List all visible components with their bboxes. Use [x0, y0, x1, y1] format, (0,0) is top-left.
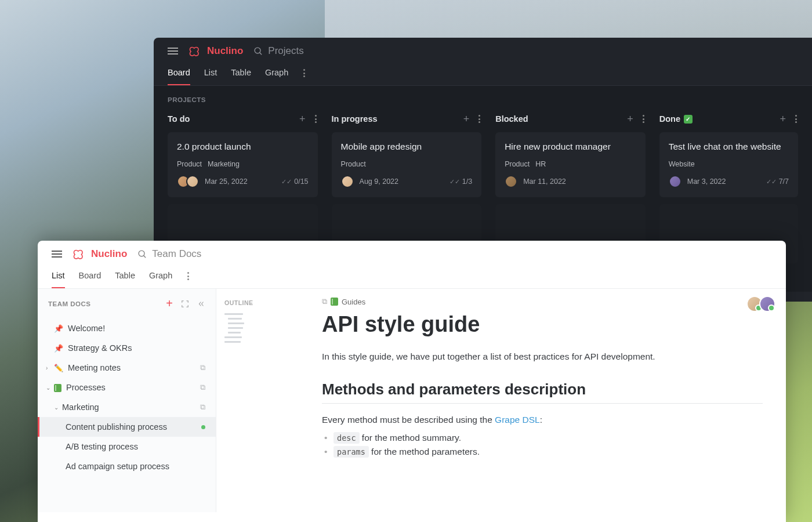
column-menu-icon[interactable] — [314, 114, 318, 124]
sidebar-item-marketing[interactable]: ⌄Marketing⧉ — [38, 397, 216, 417]
pin-icon: 📌 — [54, 324, 63, 333]
column-title: Done✓ — [659, 114, 693, 124]
chevron-right-icon: › — [46, 365, 52, 371]
menu-icon[interactable] — [168, 46, 178, 56]
add-item-button[interactable]: + — [166, 297, 173, 310]
tab-more-icon[interactable] — [302, 68, 306, 85]
chevron-down-icon: ⌄ — [46, 385, 52, 391]
add-card-button[interactable]: + — [780, 114, 786, 124]
pin-icon: 📌 — [54, 344, 63, 353]
column-menu-icon[interactable] — [477, 114, 481, 124]
copy-icon[interactable]: ⧉ — [200, 403, 205, 412]
sidebar-item-processes[interactable]: ⌄Processes⧉ — [38, 378, 216, 397]
card-tag: Product — [177, 160, 202, 168]
brain-icon — [188, 45, 204, 57]
sidebar-item-content-publishing[interactable]: Content publishing process — [38, 417, 216, 437]
presence-avatars[interactable] — [750, 296, 775, 312]
add-card-button[interactable]: + — [299, 114, 306, 124]
search-box[interactable]: Projects — [253, 45, 303, 57]
tab-table[interactable]: Table — [231, 68, 251, 85]
presence-dot-icon — [201, 425, 205, 429]
doc-heading[interactable]: Methods and parameters description — [322, 380, 763, 398]
breadcrumb[interactable]: ⧉Guides — [322, 297, 763, 306]
avatar[interactable] — [759, 296, 775, 312]
sidebar-item-ad-campaign[interactable]: Ad campaign setup process — [38, 456, 216, 476]
checklist-icon: ✓✓ — [449, 178, 460, 186]
tab-table[interactable]: Table — [115, 271, 135, 288]
expand-icon[interactable] — [181, 300, 189, 308]
card[interactable]: Mobile app redesign Product Aug 9, 2022 … — [332, 132, 482, 197]
doc-paragraph[interactable]: Every method must be described using the… — [322, 413, 763, 426]
divider — [322, 403, 763, 404]
app-logo[interactable]: Nuclino — [72, 248, 127, 260]
card-date: Aug 9, 2022 — [360, 177, 398, 186]
sidebar-item-welcome[interactable]: 📌Welcome! — [38, 318, 216, 338]
card-tag: Product — [505, 160, 530, 168]
doc-title[interactable]: API style guide — [322, 312, 763, 337]
collapse-icon[interactable] — [197, 300, 205, 308]
card-title: Hire new product manager — [505, 142, 636, 152]
app-logo[interactable]: Nuclino — [188, 45, 243, 57]
avatar — [186, 175, 199, 188]
sidebar-label: TEAM DOCS — [48, 300, 91, 307]
tab-graph[interactable]: Graph — [149, 271, 172, 288]
list-item[interactable]: params for the method parameters. — [334, 447, 763, 457]
sidebar-item-ab-testing[interactable]: A/B testing process — [38, 437, 216, 456]
tab-list[interactable]: List — [204, 68, 217, 85]
copy-icon[interactable]: ⧉ — [200, 383, 205, 392]
tab-graph[interactable]: Graph — [265, 68, 288, 85]
card[interactable]: 2.0 product launch ProductMarketing Mar … — [168, 132, 318, 197]
doc-link[interactable]: Grape DSL — [495, 415, 540, 425]
sidebar-item-meeting-notes[interactable]: ›✏️Meeting notes⧉ — [38, 358, 216, 378]
svg-line-1 — [260, 52, 262, 55]
svg-point-2 — [139, 251, 144, 256]
content-area: OUTLINE ⧉Guides API style guide In this … — [216, 289, 786, 512]
card-date: Mar 11, 2022 — [523, 177, 566, 186]
sidebar: TEAM DOCS + 📌Welcome! 📌Strategy & OKRs ›… — [38, 289, 216, 512]
copy-icon[interactable]: ⧉ — [200, 363, 205, 372]
tab-board[interactable]: Board — [79, 271, 102, 288]
outline-minimap[interactable] — [224, 313, 250, 343]
menu-icon[interactable] — [52, 249, 62, 259]
brand-name: Nuclino — [207, 45, 243, 57]
search-placeholder: Projects — [268, 45, 303, 57]
doc-list[interactable]: desc for the method summary. params for … — [322, 433, 763, 457]
tab-more-icon[interactable] — [186, 271, 190, 288]
column-menu-icon[interactable] — [641, 114, 646, 124]
card[interactable]: Hire new product manager ProductHR Mar 1… — [495, 132, 646, 197]
doc-intro[interactable]: In this style guide, we have put togethe… — [322, 350, 763, 363]
search-icon — [253, 46, 263, 56]
search-box[interactable]: Team Docs — [137, 248, 201, 260]
search-icon — [137, 249, 147, 259]
tab-board[interactable]: Board — [168, 68, 190, 85]
tab-list[interactable]: List — [52, 271, 65, 288]
card[interactable]: Test live chat on the website Website Ma… — [659, 132, 798, 197]
done-check-icon: ✓ — [684, 115, 693, 124]
avatar — [669, 175, 682, 188]
chevron-down-icon: ⌄ — [54, 404, 60, 411]
sidebar-item-strategy[interactable]: 📌Strategy & OKRs — [38, 338, 216, 358]
column-menu-icon[interactable] — [794, 114, 798, 124]
column-title: To do — [168, 114, 190, 124]
view-tabs: Board List Table Graph — [154, 61, 812, 86]
book-icon — [331, 298, 338, 306]
inline-code: desc — [334, 432, 360, 444]
column-title: Blocked — [495, 114, 528, 124]
doc-tree: 📌Welcome! 📌Strategy & OKRs ›✏️Meeting no… — [38, 318, 216, 476]
search-placeholder: Team Docs — [152, 248, 201, 260]
card-tag: Website — [669, 160, 695, 168]
docs-window: Nuclino Team Docs List Board Table Graph… — [38, 241, 786, 522]
checklist-count: ✓✓1/3 — [449, 177, 472, 186]
book-icon — [54, 383, 61, 392]
card-tag: HR — [535, 160, 546, 168]
light-header: Nuclino Team Docs — [38, 241, 786, 264]
dark-header: Nuclino Projects — [154, 38, 812, 61]
card-tag: Product — [341, 160, 366, 168]
pencil-icon: ✏️ — [54, 364, 63, 372]
list-item[interactable]: desc for the method summary. — [334, 433, 763, 443]
add-card-button[interactable]: + — [627, 114, 633, 124]
card-date: Mar 25, 2022 — [205, 177, 248, 186]
add-card-button[interactable]: + — [463, 114, 470, 124]
copy-icon: ⧉ — [322, 297, 327, 306]
card-title: Test live chat on the website — [669, 142, 789, 152]
